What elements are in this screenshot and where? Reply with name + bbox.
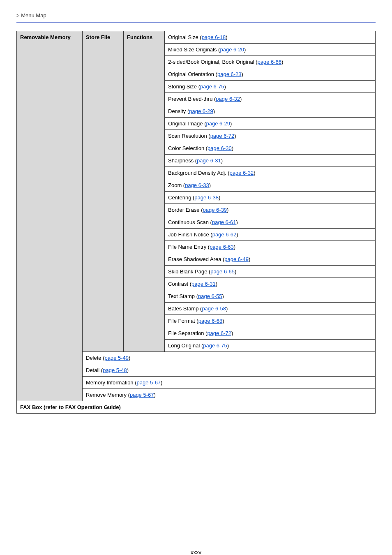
breadcrumb-label: Menu Map [21,12,46,18]
menu-label: Long Original ( [168,342,203,349]
menu-label: Storing Size ( [168,83,200,90]
menu-cell: Storing Size (page 6-75) [165,81,376,93]
menu-cell: Zoom (page 6-33) [165,179,376,192]
menu-label-close: ) [154,392,155,398]
menu-cell: Contrast (page 6-31) [165,278,376,290]
breadcrumb: > Menu Map [16,12,376,18]
page-link[interactable]: page 6-72 [207,330,231,336]
fax-box-row: FAX Box (refer to FAX Operation Guide) [17,401,376,414]
menu-label: Original Orientation ( [168,71,217,77]
menu-cell: Original Size (page 6-18) [165,31,376,44]
menu-label-close: ) [161,379,162,386]
page-link[interactable]: page 6-29 [189,108,213,114]
menu-label-close: ) [234,133,236,139]
page-link[interactable]: page 6-65 [210,268,235,275]
col-removable-memory: Removable Memory [17,31,83,401]
page-link[interactable]: page 6-75 [203,342,227,349]
menu-cell: Text Stamp (page 6-55) [165,290,376,303]
menu-label: Erase Shadowed Area ( [168,256,224,262]
menu-label-close: ) [249,256,250,262]
page-number: xxxv [16,549,376,555]
menu-label-close: ) [236,231,238,238]
page-link[interactable]: page 6-31 [191,281,216,287]
page-link[interactable]: page 6-72 [210,133,235,139]
menu-cell: Color Selection (page 6-30) [165,142,376,155]
page-link[interactable]: page 6-23 [217,71,242,77]
menu-label-close: ) [213,108,215,114]
menu-label: Detail ( [86,367,103,373]
menu-label: Bates Stamp ( [168,305,202,312]
menu-label: Sharpness ( [168,157,197,164]
menu-cell: 2-sided/Book Original, Book Original (pa… [165,56,376,68]
menu-label-close: ) [242,71,243,77]
menu-label-close: ) [254,170,255,176]
menu-cell: Scan Resolution (page 6-72) [165,130,376,142]
menu-label-close: ) [236,219,238,225]
menu-label: File Name Entry ( [168,244,210,250]
page-link[interactable]: page 6-39 [203,207,227,213]
menu-cell: Delete (page 5-49) [83,352,376,364]
page-link[interactable]: page 6-33 [185,182,209,188]
menu-cell: Continuous Scan (page 6-61) [165,216,376,229]
menu-label: Mixed Size Originals ( [168,46,220,53]
menu-cell: Density (page 6-29) [165,105,376,118]
page-link[interactable]: page 6-58 [202,305,226,312]
menu-label-close: ) [209,182,211,188]
menu-cell: Original Image (page 6-29) [165,118,376,130]
page-link[interactable]: page 6-63 [210,244,234,250]
menu-cell: Bates Stamp (page 6-58) [165,303,376,315]
menu-label: Text Stamp ( [168,293,198,299]
menu-label: Zoom ( [168,182,185,188]
menu-label: File Format ( [168,318,198,324]
page-link[interactable]: page 6-49 [224,256,249,262]
page-link[interactable]: page 6-38 [194,194,219,201]
menu-label-close: ) [227,342,229,349]
page-link[interactable]: page 6-32 [216,96,240,102]
menu-label: 2-sided/Book Original, Book Original ( [168,59,258,65]
menu-cell: File Format (page 6-68) [165,315,376,327]
menu-label-close: ) [281,59,283,65]
page-link[interactable]: page 6-55 [198,293,222,299]
menu-label-close: ) [226,34,227,40]
page-link[interactable]: page 5-67 [130,392,154,398]
menu-label: Prevent Bleed-thru ( [168,96,216,102]
page-link[interactable]: page 6-30 [208,145,232,151]
menu-label: Skip Blank Page ( [168,268,210,275]
menu-label-close: ) [231,330,233,336]
menu-label: Scan Resolution ( [168,133,210,139]
page-link[interactable]: page 6-75 [200,83,224,90]
menu-label-close: ) [240,96,242,102]
page-link[interactable]: page 5-49 [105,355,129,361]
page-link[interactable]: page 6-61 [212,219,236,225]
menu-label-close: ) [221,157,223,164]
menu-label: Continuous Scan ( [168,219,212,225]
menu-label-close: ) [244,46,246,53]
page-link[interactable]: page 6-31 [197,157,221,164]
menu-label-close: ) [219,194,220,201]
menu-cell: Border Erase (page 6-39) [165,204,376,216]
page-link[interactable]: page 6-29 [206,120,230,127]
menu-cell: Sharpness (page 6-31) [165,155,376,167]
menu-label: Original Size ( [168,34,202,40]
menu-label: File Separation ( [168,330,207,336]
page-link[interactable]: page 6-18 [202,34,226,40]
menu-cell: Background Density Adj. (page 6-32) [165,167,376,179]
page-link[interactable]: page 6-66 [258,59,282,65]
page-link[interactable]: page 6-68 [198,318,223,324]
header-rule [16,22,376,23]
menu-label: Density ( [168,108,189,114]
page-link[interactable]: page 6-20 [220,46,244,53]
menu-label-close: ) [129,355,130,361]
page-link[interactable]: page 6-62 [212,231,237,238]
page-link[interactable]: page 6-32 [230,170,254,176]
page-link[interactable]: page 5-48 [103,367,127,373]
menu-label-close: ) [224,83,226,90]
col-store-file: Store File [83,31,124,352]
menu-cell: Job Finish Notice (page 6-62) [165,229,376,241]
menu-cell: Skip Blank Page (page 6-65) [165,266,376,278]
menu-label: Remove Memory ( [86,392,130,398]
menu-label: Centering ( [168,194,194,201]
page-link[interactable]: page 5-67 [137,379,161,386]
menu-label-close: ) [227,207,228,213]
menu-cell: Centering (page 6-38) [165,192,376,204]
